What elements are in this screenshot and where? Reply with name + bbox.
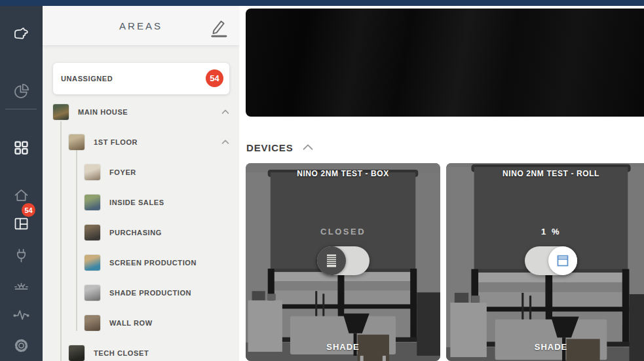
toggle-knob[interactable] <box>317 246 346 275</box>
tree-item-shade-production[interactable]: SHADE PRODUCTION <box>43 278 239 308</box>
area-thumbnail <box>69 134 85 150</box>
tree-item-label: WALL ROW <box>109 319 153 327</box>
device-status: 1 % <box>446 227 644 237</box>
sidebar-divider <box>5 109 37 109</box>
chevron-up-icon[interactable] <box>219 136 231 148</box>
plug-icon[interactable] <box>12 247 30 265</box>
area-thumbnail <box>85 195 100 210</box>
shade-toggle[interactable] <box>317 246 369 275</box>
unassigned-label: UNASSIGNED <box>61 75 113 83</box>
tree-item-label: MAIN HOUSE <box>78 108 128 116</box>
device-title: NINO 2NM TEST - BOX <box>246 169 440 178</box>
icon-sidebar: 54 <box>0 6 43 361</box>
device-category-label: SHADE <box>246 342 440 352</box>
closed-blinds-icon <box>324 253 339 269</box>
tree-item-foyer[interactable]: FOYER <box>43 157 239 187</box>
tree-item-screen-production[interactable]: SCREEN PRODUCTION <box>43 248 239 278</box>
area-thumbnail <box>85 225 100 240</box>
devices-header: DEVICES <box>246 140 315 155</box>
toggle-knob[interactable] <box>548 246 577 275</box>
areas-panel: AREAS UNASSIGNED 54 MAIN HOUSE 1ST FLOOR <box>43 6 239 361</box>
apps-grid-icon[interactable] <box>12 139 30 157</box>
devices-title: DEVICES <box>246 142 293 153</box>
pencil-icon[interactable] <box>210 18 229 39</box>
device-cards-row: NINO 2NM TEST - BOX CLOSED <box>246 163 644 361</box>
chevron-up-icon[interactable] <box>301 140 315 155</box>
sidebar-areas-badge: 54 <box>22 203 35 217</box>
tree-item-label: TECH CLOSET <box>94 349 149 357</box>
area-thumbnail <box>85 164 100 180</box>
areas-tree: MAIN HOUSE 1ST FLOOR FOYER INSIDE SALES … <box>43 97 239 361</box>
tree-item-label: PURCHASING <box>109 229 162 237</box>
tree-item-inside-sales[interactable]: INSIDE SALES <box>43 187 239 218</box>
chevron-up-icon[interactable] <box>219 106 231 118</box>
settings-gear-icon[interactable] <box>12 337 30 354</box>
tree-item-purchasing[interactable]: PURCHASING <box>43 218 239 248</box>
area-thumbnail <box>85 255 100 271</box>
area-thumbnail <box>53 104 69 120</box>
tree-item-main-house[interactable]: MAIN HOUSE <box>43 97 239 127</box>
tree-item-label: 1ST FLOOR <box>94 138 138 146</box>
main-content: DEVICES NINO 2NM TEST - BOX CLOSED <box>246 6 644 361</box>
areas-panel-header: AREAS <box>43 6 239 46</box>
tree-item-1st-floor[interactable]: 1ST FLOOR <box>43 127 239 157</box>
tree-item-label: INSIDE SALES <box>109 199 164 206</box>
tree-item-label: SHADE PRODUCTION <box>109 289 191 297</box>
unassigned-area-card[interactable]: UNASSIGNED 54 <box>53 63 229 94</box>
area-thumbnail <box>85 315 100 331</box>
open-shade-icon <box>555 253 571 269</box>
shade-toggle[interactable] <box>525 246 577 275</box>
lighting-icon[interactable] <box>12 276 30 294</box>
device-category-label: SHADE <box>446 342 644 352</box>
device-status: CLOSED <box>246 227 440 237</box>
area-hero-image <box>246 9 644 117</box>
device-card-nino-2nm-test-box[interactable]: NINO 2NM TEST - BOX CLOSED <box>246 163 440 361</box>
top-accent-bar <box>0 0 644 6</box>
unassigned-badge: 54 <box>206 69 223 87</box>
app-window: 54 AREAS UNASSIGNED 54 <box>0 0 644 361</box>
dog-logo-icon[interactable] <box>12 26 30 43</box>
area-thumbnail <box>69 345 85 361</box>
device-card-nino-2nm-test-roll[interactable]: NINO 2NM TEST - ROLL 1 % SHADE <box>446 163 644 361</box>
areas-window-icon[interactable] <box>12 215 30 233</box>
device-title: NINO 2NM TEST - ROLL <box>446 169 644 178</box>
activity-pulse-icon[interactable] <box>12 306 30 324</box>
tree-item-label: SCREEN PRODUCTION <box>109 259 197 267</box>
area-thumbnail <box>85 285 100 301</box>
pie-chart-icon[interactable] <box>12 83 30 100</box>
home-icon[interactable] <box>12 187 30 204</box>
tree-item-tech-closet[interactable]: TECH CLOSET <box>43 338 239 361</box>
tree-item-wall-row[interactable]: WALL ROW <box>43 308 239 338</box>
tree-item-label: FOYER <box>109 168 136 176</box>
